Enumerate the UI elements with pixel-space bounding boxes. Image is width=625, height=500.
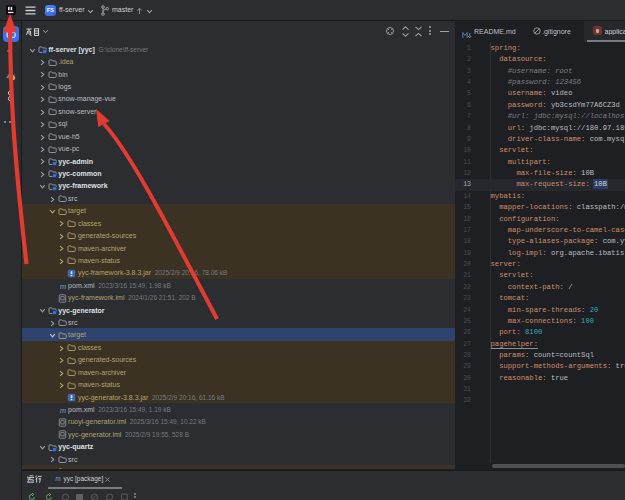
svg-text:m: m	[59, 405, 66, 415]
svg-text:m: m	[59, 281, 66, 291]
svg-text:m: m	[55, 474, 61, 482]
